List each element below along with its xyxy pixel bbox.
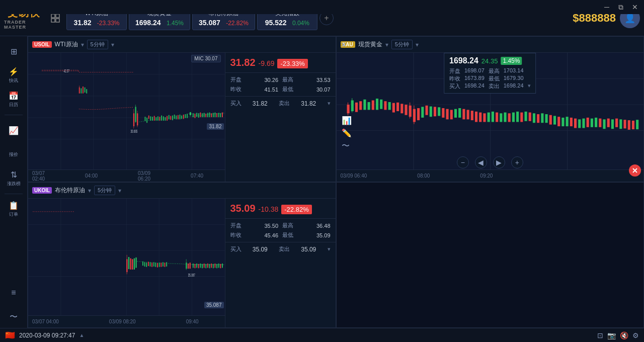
info-prevclose-wtioil: 昨收 41.51 xyxy=(230,86,279,93)
tooltip-low-val: 1679.30 xyxy=(504,75,524,82)
draw-tool-icon[interactable]: ✏️ xyxy=(342,128,352,138)
svg-rect-54 xyxy=(195,114,196,118)
red-close-button[interactable] xyxy=(629,164,641,177)
svg-rect-125 xyxy=(532,113,535,123)
svg-rect-179 xyxy=(165,263,166,267)
maximize-button[interactable]: ⧉ xyxy=(614,0,628,14)
symbol-name-gold[interactable]: 现货黄金 xyxy=(358,40,382,49)
calendar-label: 日历 xyxy=(9,102,18,108)
sidebar-item-trade[interactable]: ⇅ 涨跌榜 xyxy=(3,167,25,190)
orders-icon: 📋 xyxy=(9,201,19,210)
svg-rect-165 xyxy=(134,259,135,270)
svg-text:30.065: 30.065 xyxy=(130,129,137,133)
svg-rect-35 xyxy=(159,117,160,121)
gold-sell-dropdown[interactable]: ▾ xyxy=(528,82,531,90)
wave-tool-icon[interactable]: 〜 xyxy=(342,141,352,151)
tooltip-sell-val: 1698.24 xyxy=(504,82,524,90)
chart-panel-empty xyxy=(336,182,645,328)
timeframe-gold[interactable]: 5分钟 xyxy=(391,40,413,49)
market-icon: ⊞ xyxy=(11,47,17,56)
symbol-name-ukoil[interactable]: 布伦特原油 xyxy=(55,186,85,195)
chart-side-toolbar-gold: 📊 ✏️ 〜 xyxy=(342,116,352,151)
timeframe-dropdown-gold[interactable]: ▾ xyxy=(416,41,419,48)
sidebar-item-calendar[interactable]: 📅 日历 xyxy=(3,89,25,111)
svg-rect-18 xyxy=(85,88,86,93)
svg-rect-117 xyxy=(500,113,502,122)
timeframe-ukoil[interactable]: 5分钟 xyxy=(94,186,115,195)
chart-icon: 📈 xyxy=(9,126,19,135)
minimize-button[interactable]: ─ xyxy=(600,0,614,14)
rank-label: 涨跌榜 xyxy=(7,181,21,187)
screenshot-icon[interactable]: ⊡ xyxy=(597,331,603,339)
svg-rect-143 xyxy=(607,119,609,127)
price-pct-wtioil: -23.33% xyxy=(277,59,307,68)
svg-rect-45 xyxy=(178,115,179,120)
svg-rect-136 xyxy=(578,119,581,128)
sidebar-divider-2 xyxy=(5,194,23,194)
svg-rect-1 xyxy=(56,14,59,18)
info-prevclose-ukoil: 昨收 45.46 xyxy=(230,231,279,239)
svg-point-52 xyxy=(190,112,192,116)
svg-rect-30 xyxy=(150,116,151,121)
svg-rect-99 xyxy=(425,106,428,115)
info-high-wtioil: 最高 33.53 xyxy=(282,76,331,83)
symbol-dropdown-ukoil[interactable]: ▾ xyxy=(88,187,91,194)
tooltip-open-val: 1698.07 xyxy=(464,67,485,75)
svg-rect-130 xyxy=(553,116,555,124)
svg-rect-46 xyxy=(180,115,181,119)
svg-rect-199 xyxy=(215,264,216,268)
svg-rect-145 xyxy=(615,119,618,127)
timeframe-dropdown-wtioil[interactable]: ▾ xyxy=(111,41,114,48)
sound-icon[interactable]: 🔇 xyxy=(620,331,628,339)
settings-icon[interactable]: ⚙ xyxy=(632,331,639,339)
svg-rect-178 xyxy=(163,262,164,267)
svg-rect-123 xyxy=(524,112,527,121)
camera-icon[interactable]: 📷 xyxy=(607,331,616,339)
svg-rect-140 xyxy=(595,118,597,127)
svg-rect-184 xyxy=(190,263,191,269)
sidebar-item-news[interactable]: ⚡ 快讯 xyxy=(3,64,25,87)
sidebar-item-orders[interactable]: 📋 订单 xyxy=(3,198,25,220)
svg-rect-138 xyxy=(586,118,589,127)
bottom-axis-ukoil: 03/07 04:00 03/09 08:20 09:40 xyxy=(28,315,225,327)
chart-header-ukoil: UKOIL 布伦特原油 ▾ 5分钟 ▾ xyxy=(28,183,336,199)
symbol-dropdown-wtioil[interactable]: ▾ xyxy=(81,41,84,48)
svg-rect-43 xyxy=(174,115,175,119)
tooltip-row-1: 开盘 1698.07 最高 1703.14 xyxy=(449,67,531,75)
price-pct-ukoil: -22.82% xyxy=(281,205,311,214)
sidebar-item-chart[interactable]: 📈 xyxy=(3,119,25,141)
symbol-dropdown-gold[interactable]: ▾ xyxy=(385,41,388,48)
svg-rect-192 xyxy=(202,264,203,269)
timeframe-wtioil[interactable]: 5分钟 xyxy=(87,40,108,49)
next-button[interactable]: ▶ xyxy=(493,156,505,168)
zoom-out-button[interactable]: − xyxy=(457,156,469,168)
svg-rect-16 xyxy=(80,88,82,93)
svg-rect-36 xyxy=(161,116,162,121)
tooltip-open-label: 开盘 xyxy=(449,67,460,75)
symbol-name-wtioil[interactable]: WTI原油 xyxy=(55,40,78,49)
sidebar-item-menu[interactable]: ≡ xyxy=(3,282,25,304)
sidebar-item-wave[interactable]: 〜 xyxy=(3,306,25,328)
timeframe-dropdown-ukoil[interactable]: ▾ xyxy=(118,187,121,194)
svg-rect-200 xyxy=(216,264,217,269)
svg-rect-198 xyxy=(213,264,214,269)
trade-icon: ⇅ xyxy=(11,170,17,180)
close-chart-gold[interactable]: ✕ xyxy=(341,41,347,49)
status-flag: 🇨🇳 xyxy=(5,330,15,340)
svg-rect-92 xyxy=(405,105,407,115)
svg-rect-37 xyxy=(163,116,164,121)
sidebar-item-market[interactable]: ⊞ xyxy=(3,40,25,62)
close-button[interactable]: ✕ xyxy=(628,0,642,14)
bar-chart-icon[interactable]: 📊 xyxy=(342,116,352,125)
zoom-in-button[interactable]: + xyxy=(511,156,523,168)
sell-dropdown-wtioil[interactable]: ▾ xyxy=(328,100,331,107)
ukoil-sell-dropdown[interactable]: ▾ xyxy=(328,246,331,252)
svg-rect-64 xyxy=(213,113,214,117)
prev-button[interactable]: ◀ xyxy=(475,156,487,168)
ticker-gold-change: 1.45% xyxy=(167,20,184,27)
time-dropdown[interactable]: ▲ xyxy=(79,332,84,338)
svg-rect-164 xyxy=(132,259,133,270)
sidebar-item-price[interactable]: 报价 xyxy=(3,143,25,165)
svg-rect-109 xyxy=(466,110,469,119)
sell-val-wtioil: 31.82 xyxy=(301,100,316,107)
